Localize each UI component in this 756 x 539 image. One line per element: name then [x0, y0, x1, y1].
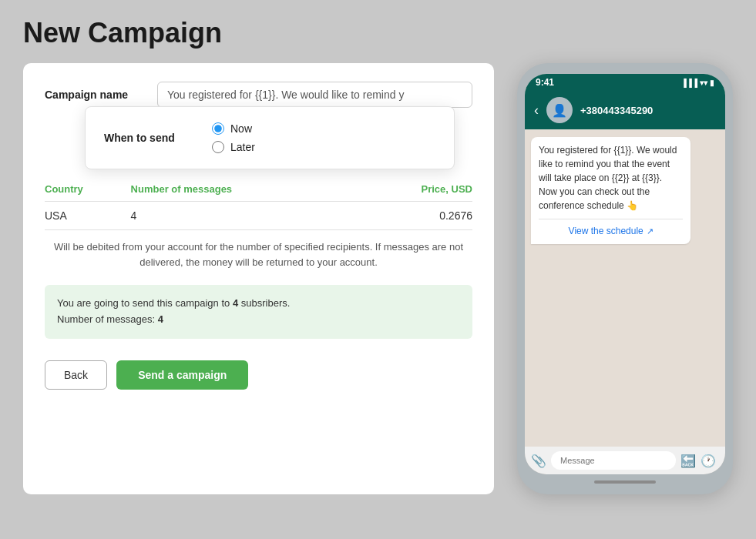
- radio-group: Now Later: [212, 122, 255, 153]
- phone-preview-panel: 9:41 ▐▐▐ ▾▾ ▮ ‹ 👤 +380443345290: [517, 63, 733, 494]
- col-messages: Number of messages: [131, 177, 358, 202]
- page-title: New Campaign: [0, 0, 756, 63]
- radio-now-label: Now: [230, 122, 252, 135]
- when-to-send-label: When to send: [104, 132, 197, 144]
- back-arrow-icon[interactable]: ‹: [534, 102, 539, 119]
- chat-body: You registered for {{1}}. We would like …: [525, 129, 725, 447]
- debit-note: Will be debited from your account for th…: [45, 239, 472, 270]
- pricing-table: Country Number of messages Price, USD US…: [45, 177, 472, 230]
- button-row: Back Send a campaign: [45, 360, 472, 390]
- radio-later-option[interactable]: Later: [212, 141, 255, 153]
- signal-icon: ▐▐▐: [681, 79, 697, 87]
- status-time: 9:41: [536, 77, 554, 88]
- back-button[interactable]: Back: [45, 360, 107, 390]
- radio-later-label: Later: [230, 141, 255, 153]
- message-bubble: You registered for {{1}}. We would like …: [531, 137, 690, 244]
- sticker-icon[interactable]: 🔙: [680, 454, 696, 468]
- info-box: You are going to send this campaign to 4…: [45, 285, 472, 339]
- campaign-name-row: Campaign name: [45, 82, 472, 108]
- pricing-table-section: Country Number of messages Price, USD US…: [45, 177, 472, 339]
- message-input[interactable]: [551, 451, 676, 470]
- avatar: 👤: [546, 97, 573, 123]
- table-cell-price: 0.2676: [358, 202, 472, 230]
- status-icons: ▐▐▐ ▾▾ ▮: [681, 79, 714, 87]
- phone-home-bar: [594, 480, 656, 484]
- chat-header: ‹ 👤 +380443345290: [525, 91, 725, 129]
- radio-later-input[interactable]: [212, 141, 224, 153]
- col-price: Price, USD: [358, 177, 472, 202]
- attachment-icon[interactable]: 📎: [531, 454, 546, 468]
- campaign-form-panel: Campaign name When to send Now Later: [23, 63, 494, 494]
- info-line2-prefix: Number of messages:: [57, 313, 158, 325]
- mic-icon[interactable]: 🎤: [721, 454, 725, 468]
- status-bar: 9:41 ▐▐▐ ▾▾ ▮: [525, 74, 725, 91]
- campaign-name-label: Campaign name: [45, 89, 145, 101]
- message-text: You registered for {{1}}. We would like …: [539, 145, 677, 211]
- table-row: USA 4 0.2676: [45, 202, 472, 230]
- phone-mockup: 9:41 ▐▐▐ ▾▾ ▮ ‹ 👤 +380443345290: [517, 63, 733, 494]
- battery-icon: ▮: [710, 79, 714, 87]
- when-to-send-popup: When to send Now Later: [85, 106, 455, 169]
- wifi-icon: ▾▾: [700, 79, 707, 87]
- view-schedule-link[interactable]: View the schedule ↗: [539, 219, 683, 238]
- view-schedule-label: View the schedule: [569, 224, 643, 238]
- radio-now-option[interactable]: Now: [212, 122, 255, 135]
- external-link-icon: ↗: [647, 225, 654, 238]
- contact-number: +380443345290: [580, 105, 653, 116]
- chat-input-bar: 📎 🔙 🕐 🎤: [525, 447, 725, 474]
- table-cell-messages: 4: [131, 202, 358, 230]
- table-cell-country: USA: [45, 202, 131, 230]
- info-line1-prefix: You are going to send this campaign to: [57, 297, 233, 309]
- clock-icon[interactable]: 🕐: [701, 454, 716, 468]
- radio-now-input[interactable]: [212, 122, 224, 135]
- col-country: Country: [45, 177, 131, 202]
- info-line1-suffix: subsribers.: [238, 297, 290, 309]
- info-messages-count: 4: [158, 313, 163, 325]
- send-campaign-button[interactable]: Send a campaign: [116, 360, 248, 390]
- campaign-name-input[interactable]: [157, 82, 472, 108]
- phone-screen: 9:41 ▐▐▐ ▾▾ ▮ ‹ 👤 +380443345290: [525, 74, 725, 474]
- avatar-icon: 👤: [552, 103, 567, 118]
